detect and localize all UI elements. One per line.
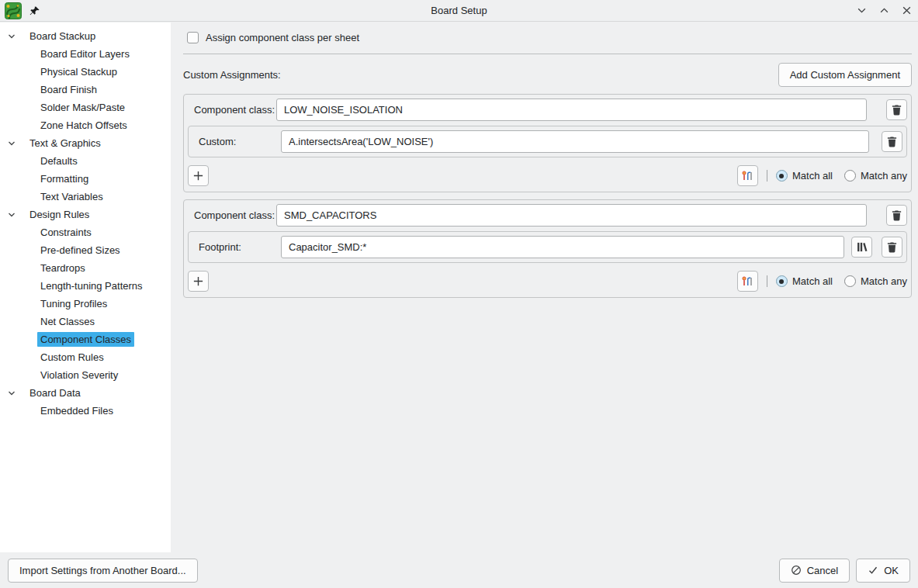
condition-value-input[interactable] [281, 236, 844, 258]
component-class-label: Component class: [188, 209, 276, 221]
tree-item-text-variables[interactable]: Text Variables [0, 188, 171, 206]
window-maximize-button[interactable] [879, 5, 889, 16]
tree-item-component-classes[interactable]: Component Classes [0, 330, 171, 348]
tree-section-design-rules[interactable]: Design Rules [0, 206, 171, 223]
kicad-app-icon [5, 2, 22, 19]
delete-condition-button[interactable] [882, 131, 902, 152]
tree-item-custom-rules[interactable]: Custom Rules [0, 348, 171, 366]
component-class-input[interactable] [276, 99, 867, 121]
dialog-footer: Import Settings from Another Board... Ca… [0, 552, 918, 588]
window-close-button[interactable] [902, 5, 912, 16]
tree-item-pre-defined-sizes[interactable]: Pre-defined Sizes [0, 241, 171, 259]
radio-selected-icon [776, 275, 788, 287]
window-title: Board Setup [0, 5, 918, 16]
chevron-down-icon[interactable] [6, 31, 17, 42]
plus-icon [192, 170, 204, 182]
chevron-down-icon[interactable] [6, 209, 17, 220]
browse-footprint-library-button[interactable] [851, 237, 872, 258]
delete-assignment-button[interactable] [886, 99, 907, 120]
condition-type-label: Custom: [192, 136, 281, 147]
component-classes-panel: Assign component class per sheet Custom … [171, 22, 918, 552]
custom-assignments-label: Custom Assignments: [183, 69, 281, 81]
divider [183, 54, 912, 54]
cancel-button[interactable]: Cancel [779, 559, 850, 583]
assign-per-sheet-checkbox[interactable] [187, 32, 199, 43]
tree-item-tuning-profiles[interactable]: Tuning Profiles [0, 295, 171, 313]
tree-item-physical-stackup[interactable]: Physical Stackup [0, 63, 171, 81]
tree-item-formatting[interactable]: Formatting [0, 170, 171, 188]
assignment-group: Component class: Custom: [183, 94, 912, 192]
condition-box: Footprint: [188, 231, 907, 263]
ok-check-icon [868, 565, 878, 576]
settings-tree: Board Stackup Board Editor Layers Physic… [0, 22, 171, 552]
tree-section-text-graphics[interactable]: Text & Graphics [0, 134, 171, 152]
tree-item-length-tuning-patterns[interactable]: Length-tuning Patterns [0, 277, 171, 295]
tree-item-teardrops[interactable]: Teardrops [0, 259, 171, 277]
library-icon [856, 241, 868, 253]
match-highlight-icon [741, 170, 753, 182]
highlight-matching-button[interactable] [737, 165, 758, 186]
titlebar: Board Setup [0, 0, 918, 22]
delete-assignment-button[interactable] [886, 205, 907, 226]
tree-section-board-data[interactable]: Board Data [0, 384, 171, 402]
tree-item-violation-severity[interactable]: Violation Severity [0, 366, 171, 384]
tree-section-board-stackup[interactable]: Board Stackup [0, 27, 171, 45]
delete-condition-button[interactable] [882, 237, 902, 258]
radio-selected-icon [776, 170, 788, 182]
tree-item-board-finish[interactable]: Board Finish [0, 81, 171, 99]
condition-value-input[interactable] [281, 130, 869, 153]
tree-item-zone-hatch-offsets[interactable]: Zone Hatch Offsets [0, 116, 171, 134]
add-condition-button[interactable] [188, 165, 209, 186]
divider [767, 170, 767, 182]
ok-button[interactable]: OK [856, 559, 910, 583]
condition-type-label: Footprint: [192, 241, 281, 253]
assign-per-sheet-label: Assign component class per sheet [206, 32, 359, 43]
trash-icon [891, 104, 902, 116]
match-all-radio[interactable]: Match all [776, 170, 833, 182]
add-condition-button[interactable] [188, 271, 209, 292]
pin-icon[interactable] [29, 5, 40, 16]
trash-icon [886, 136, 898, 147]
tree-item-constraints[interactable]: Constraints [0, 223, 171, 241]
tree-item-embedded-files[interactable]: Embedded Files [0, 402, 171, 420]
match-any-radio[interactable]: Match any [844, 170, 907, 182]
chevron-down-icon[interactable] [6, 138, 17, 149]
cancel-icon [791, 565, 802, 576]
assignment-group: Component class: Footprint: [183, 199, 912, 298]
tree-item-net-classes[interactable]: Net Classes [0, 313, 171, 330]
condition-box: Custom: [188, 126, 907, 157]
divider [767, 275, 767, 287]
radio-unselected-icon [844, 170, 856, 182]
add-custom-assignment-button[interactable]: Add Custom Assignment [778, 63, 912, 87]
match-any-radio[interactable]: Match any [844, 275, 907, 287]
highlight-matching-button[interactable] [737, 271, 758, 292]
match-all-radio[interactable]: Match all [776, 275, 833, 287]
component-class-input[interactable] [276, 204, 867, 227]
plus-icon [192, 275, 204, 287]
tree-item-solder-mask-paste[interactable]: Solder Mask/Paste [0, 99, 171, 116]
trash-icon [891, 209, 902, 221]
chevron-down-icon[interactable] [6, 388, 17, 399]
match-highlight-icon [741, 275, 753, 288]
tree-item-board-editor-layers[interactable]: Board Editor Layers [0, 45, 171, 63]
tree-item-defaults[interactable]: Defaults [0, 152, 171, 170]
component-class-label: Component class: [188, 104, 276, 116]
window-shade-button[interactable] [857, 5, 867, 16]
trash-icon [886, 241, 898, 253]
import-settings-button[interactable]: Import Settings from Another Board... [8, 559, 198, 583]
radio-unselected-icon [844, 275, 856, 287]
